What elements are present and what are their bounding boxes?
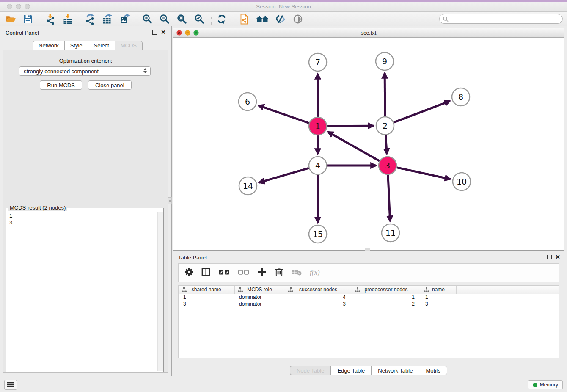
graph-node-label: 11 bbox=[385, 228, 396, 237]
table-cell[interactable]: 1 bbox=[421, 294, 456, 301]
control-tab-mcds[interactable]: MCDS bbox=[115, 41, 143, 50]
graph-edge-3-11[interactable] bbox=[388, 175, 390, 221]
run-mcds-button[interactable]: Run MCDS bbox=[40, 80, 82, 90]
close-panel-button[interactable]: Close panel bbox=[88, 80, 132, 90]
table-row[interactable]: 3dominator323 bbox=[179, 301, 559, 307]
show-columns-icon[interactable] bbox=[201, 268, 210, 278]
save-session-icon[interactable] bbox=[22, 13, 34, 25]
hide-eye-icon[interactable] bbox=[274, 13, 287, 25]
table-tab-motifs[interactable]: Motifs bbox=[419, 366, 447, 375]
graph-node-4[interactable]: 4 bbox=[309, 157, 327, 174]
graph-edge-3-10[interactable] bbox=[396, 168, 450, 179]
table-tab-edge-table[interactable]: Edge Table bbox=[330, 366, 371, 375]
table-settings-icon[interactable] bbox=[184, 268, 193, 278]
import-network-icon[interactable] bbox=[44, 13, 57, 25]
zoom-selected-icon[interactable] bbox=[193, 13, 206, 25]
add-icon[interactable] bbox=[257, 268, 267, 278]
clone-network-icon[interactable] bbox=[238, 13, 250, 25]
graph-edge-2-9[interactable] bbox=[385, 73, 385, 116]
table-float-icon[interactable] bbox=[547, 255, 552, 259]
table-cell[interactable]: 1 bbox=[352, 294, 421, 301]
search-box bbox=[439, 14, 563, 24]
graph-edge-3-1[interactable] bbox=[328, 132, 380, 161]
graph-edge-2-3[interactable] bbox=[385, 135, 387, 154]
network-window: scc.txt 7968124314101511 bbox=[173, 28, 564, 251]
node-table-wrap: shared nameMCDS rolesuccessor nodesprede… bbox=[178, 285, 559, 358]
graph-node-1[interactable]: 1 bbox=[309, 117, 327, 135]
control-panel-title: Control Panel bbox=[6, 30, 39, 36]
graph-edge-2-8[interactable] bbox=[394, 101, 450, 123]
table-cell[interactable]: 1 bbox=[179, 294, 234, 301]
graph-node-11[interactable]: 11 bbox=[382, 224, 399, 242]
splitter-handle[interactable] bbox=[168, 197, 172, 204]
status-bar: Memory bbox=[0, 376, 567, 392]
graph-node-label: 7 bbox=[315, 58, 320, 67]
column-header-name[interactable]: name bbox=[421, 286, 456, 294]
deselect-all-icon[interactable] bbox=[238, 269, 249, 277]
optimization-select[interactable]: strongly connected component bbox=[19, 66, 151, 76]
graph-edge-1-6[interactable] bbox=[258, 105, 309, 123]
refresh-icon[interactable] bbox=[215, 13, 228, 25]
search-input[interactable] bbox=[451, 15, 562, 23]
network-titlebar[interactable]: scc.txt bbox=[173, 28, 564, 38]
table-cell[interactable]: dominator bbox=[234, 301, 285, 307]
control-tab-style[interactable]: Style bbox=[64, 41, 88, 50]
home-layout-icon[interactable] bbox=[255, 13, 270, 25]
column-header-predecessor-nodes[interactable]: predecessor nodes bbox=[352, 286, 421, 294]
float-panel-icon[interactable] bbox=[152, 30, 157, 35]
table-cell[interactable]: 4 bbox=[285, 294, 352, 301]
graph-node-15[interactable]: 15 bbox=[309, 225, 327, 243]
graph-node-10[interactable]: 10 bbox=[453, 173, 471, 190]
close-panel-icon[interactable]: ✕ bbox=[161, 29, 166, 36]
graph-node-6[interactable]: 6 bbox=[239, 93, 256, 110]
memory-label: Memory bbox=[540, 382, 558, 388]
task-history-button[interactable] bbox=[4, 380, 17, 390]
export-image-icon[interactable] bbox=[118, 13, 131, 25]
window-titlebar: Session: New Session bbox=[0, 0, 567, 12]
graph-node-3[interactable]: 3 bbox=[379, 157, 396, 174]
control-tab-select[interactable]: Select bbox=[88, 41, 115, 50]
table-tab-node-table[interactable]: Node Table bbox=[290, 366, 331, 375]
network-canvas[interactable]: 7968124314101511 bbox=[173, 38, 564, 250]
graph-node-label: 4 bbox=[315, 161, 320, 170]
table-row[interactable]: 1dominator411 bbox=[179, 294, 559, 301]
table-tab-network-table[interactable]: Network Table bbox=[371, 366, 419, 375]
table-cell[interactable]: dominator bbox=[234, 294, 285, 301]
graph-edge-4-14[interactable] bbox=[259, 168, 309, 182]
table-panel-title: Table Panel bbox=[178, 254, 207, 261]
graph-node-14[interactable]: 14 bbox=[239, 177, 257, 195]
table-close-icon[interactable]: ✕ bbox=[555, 254, 560, 260]
zoom-in-icon[interactable] bbox=[141, 13, 154, 25]
column-header-mcds-role[interactable]: MCDS role bbox=[234, 286, 285, 294]
graph-node-7[interactable]: 7 bbox=[309, 53, 327, 71]
table-cell[interactable]: 2 bbox=[352, 301, 421, 307]
graph-node-8[interactable]: 8 bbox=[452, 88, 470, 106]
column-header-shared-name[interactable]: shared name bbox=[179, 286, 234, 294]
toolbar-separator bbox=[211, 14, 212, 25]
select-all-icon[interactable] bbox=[218, 269, 230, 277]
graph-node-9[interactable]: 9 bbox=[376, 52, 394, 70]
export-network-icon[interactable] bbox=[84, 13, 96, 25]
table-tabs: Node TableEdge TableNetwork TableMotifs bbox=[173, 366, 564, 375]
table-cell[interactable]: 3 bbox=[421, 301, 456, 307]
window-accent-strip bbox=[0, 0, 567, 2]
zoom-out-icon[interactable] bbox=[158, 13, 171, 25]
control-tab-network[interactable]: Network bbox=[33, 41, 64, 50]
graph-edge-1-2[interactable] bbox=[327, 126, 374, 126]
graph-node-2[interactable]: 2 bbox=[376, 117, 394, 135]
zoom-fit-icon[interactable] bbox=[176, 13, 188, 25]
memory-button[interactable]: Memory bbox=[528, 380, 563, 389]
delete-icon[interactable] bbox=[275, 267, 284, 278]
horizontal-splitter-handle[interactable] bbox=[365, 248, 370, 251]
function-builder-icon: f(x) bbox=[310, 268, 320, 277]
table-cell[interactable]: 3 bbox=[179, 301, 234, 307]
import-table-icon[interactable] bbox=[61, 13, 74, 25]
result-scrollbar[interactable] bbox=[157, 212, 163, 371]
open-session-icon[interactable] bbox=[4, 13, 17, 25]
column-header-successor-nodes[interactable]: successor nodes bbox=[285, 286, 352, 294]
table-cell[interactable]: 3 bbox=[285, 301, 352, 307]
graph-node-label: 6 bbox=[245, 97, 250, 106]
export-table-icon[interactable] bbox=[101, 13, 114, 25]
show-eye-icon[interactable] bbox=[292, 13, 304, 25]
delete-table-icon bbox=[292, 268, 302, 277]
